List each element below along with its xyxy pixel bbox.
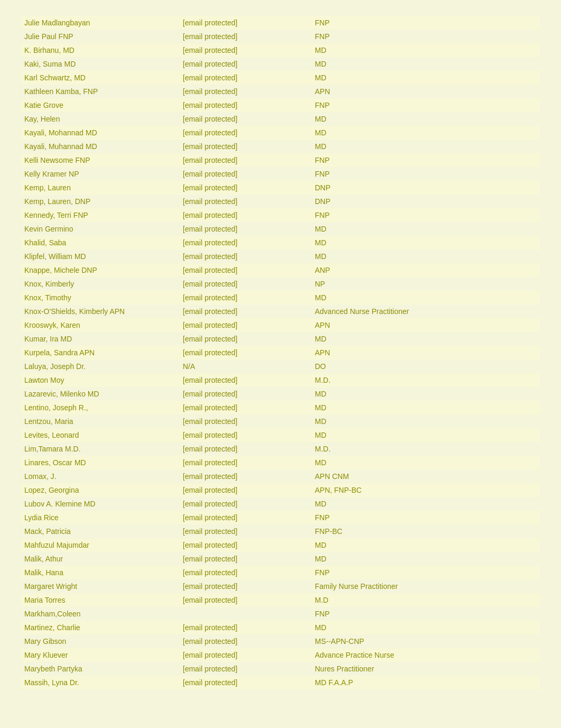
table-row[interactable]: Kelly Kramer NP[email protected]FNP — [21, 167, 540, 181]
provider-email: [email protected] — [181, 375, 313, 385]
provider-credential: M.D. — [313, 444, 539, 454]
table-row[interactable]: Kayali, Muhannad MD[email protected]MD — [21, 140, 540, 153]
provider-credential: ANP — [313, 265, 539, 275]
table-row[interactable]: Lopez, Georgina[email protected]APN, FNP… — [21, 483, 540, 497]
table-row[interactable]: Lawton Moy[email protected]M.D. — [21, 373, 540, 387]
table-row[interactable]: Karl Schwartz, MD[email protected]MD — [21, 71, 540, 85]
table-row[interactable]: Kemp, Lauren, DNP[email protected]DNP — [21, 195, 540, 208]
provider-credential: FNP — [313, 32, 539, 41]
provider-name: Martinez, Charlie — [22, 623, 181, 632]
provider-name: Knox-O'Shields, Kimberly APN — [22, 307, 181, 316]
provider-email: [email protected] — [181, 637, 313, 646]
table-row[interactable]: Knox, Timothy[email protected]MD — [21, 291, 540, 305]
provider-name: Levites, Leonard — [22, 430, 181, 440]
table-row[interactable]: Mary Kluever[email protected]Advance Pra… — [21, 648, 540, 662]
table-row[interactable]: K. Birhanu, MD[email protected]MD — [21, 43, 540, 57]
provider-email: [email protected] — [181, 472, 313, 481]
table-row[interactable]: Mahfuzul Majumdar[email protected]MD — [21, 538, 540, 552]
table-row[interactable]: Lentino, Joseph R.,[email protected]MD — [21, 401, 540, 414]
provider-name: Kumar, Ira MD — [22, 334, 181, 344]
provider-name: Lubov A. Klemine MD — [22, 499, 181, 509]
table-row[interactable]: Marybeth Partyka[email protected]Nures P… — [21, 662, 540, 676]
table-row[interactable]: Lydia Rice[email protected]FNP — [21, 511, 540, 524]
table-row[interactable]: Julie Paul FNP[email protected]FNP — [21, 30, 540, 43]
provider-name: Krooswyk, Karen — [22, 320, 181, 330]
table-row[interactable]: Kennedy, Terri FNP[email protected]FNP — [21, 208, 540, 222]
table-row[interactable]: Kay, Helen[email protected]MD — [21, 112, 540, 126]
provider-email: [email protected] — [181, 73, 313, 82]
provider-email: [email protected] — [181, 623, 313, 632]
table-row[interactable]: Kelli Newsome FNP[email protected]FNP — [21, 153, 540, 167]
provider-credential: FNP — [313, 155, 539, 165]
table-row[interactable]: Kathleen Kamba, FNP[email protected]APN — [21, 85, 540, 98]
provider-credential: M.D — [313, 595, 539, 605]
provider-credential: M.D. — [313, 375, 539, 385]
provider-email: [email protected] — [181, 320, 313, 330]
table-row[interactable]: Kaki, Suma MD[email protected]MD — [21, 57, 540, 71]
table-row[interactable]: Lentzou, Maria[email protected]MD — [21, 414, 540, 428]
provider-credential: MD — [313, 142, 539, 151]
table-row[interactable]: Levites, Leonard[email protected]MD — [21, 428, 540, 442]
provider-credential: FNP — [313, 210, 539, 220]
provider-email: [email protected] — [181, 554, 313, 564]
provider-credential: MD — [313, 45, 539, 55]
provider-name: Kemp, Lauren, DNP — [22, 197, 181, 206]
provider-name: Linares, Oscar MD — [22, 458, 181, 467]
provider-credential: FNP — [313, 100, 539, 110]
provider-name: Lentzou, Maria — [22, 417, 181, 426]
table-row[interactable]: Knox, Kimberly[email protected]NP — [21, 277, 540, 291]
table-row[interactable]: Malik, Athur[email protected]MD — [21, 552, 540, 566]
table-row[interactable]: Kurpela, Sandra APN[email protected]APN — [21, 346, 540, 360]
table-row[interactable]: Klipfel, William MD[email protected]MD — [21, 250, 540, 263]
provider-email: [email protected] — [181, 224, 313, 234]
table-row[interactable]: Malik, Hana[email protected]FNP — [21, 566, 540, 579]
provider-credential: FNP — [313, 609, 539, 619]
table-row[interactable]: Kevin Germino[email protected]MD — [21, 222, 540, 236]
table-row[interactable]: Markham,ColeenFNP — [21, 607, 540, 621]
table-row[interactable]: Laluya, Joseph Dr.N/ADO — [21, 360, 540, 373]
provider-credential: FNP — [313, 568, 539, 577]
provider-name: Julie Madlangbayan — [22, 18, 181, 27]
table-row[interactable]: Mary Gibson[email protected]MS--APN-CNP — [21, 634, 540, 648]
provider-name: Laluya, Joseph Dr. — [22, 362, 181, 371]
table-row[interactable]: Knappe, Michele DNP[email protected]ANP — [21, 263, 540, 277]
provider-name: Mack, Patricia — [22, 527, 181, 536]
table-row[interactable]: Martinez, Charlie[email protected]MD — [21, 621, 540, 634]
table-row[interactable]: Katie Grove[email protected]FNP — [21, 98, 540, 112]
table-row[interactable]: Julie Madlangbayan[email protected]FNP — [21, 16, 540, 30]
provider-email: [email protected] — [181, 307, 313, 316]
table-row[interactable]: Lim,Tamara M.D.[email protected]M.D. — [21, 442, 540, 456]
provider-credential: MD — [313, 417, 539, 426]
table-row[interactable]: Lubov A. Klemine MD[email protected]MD — [21, 497, 540, 511]
provider-credential: Nures Practitioner — [313, 664, 539, 674]
table-row[interactable]: Kemp, Lauren[email protected]DNP — [21, 181, 540, 195]
table-row[interactable]: Massih, Lyna Dr.[email protected]MD F.A.… — [21, 676, 540, 689]
table-row[interactable]: Kayali, Mohannad MD[email protected]MD — [21, 126, 540, 140]
provider-credential: MD — [313, 403, 539, 412]
table-row[interactable]: Knox-O'Shields, Kimberly APN[email prote… — [21, 305, 540, 318]
provider-email: [email protected] — [181, 540, 313, 550]
provider-email: [email protected] — [181, 499, 313, 509]
provider-email: [email protected] — [181, 595, 313, 605]
table-row[interactable]: Krooswyk, Karen[email protected]APN — [21, 318, 540, 332]
provider-name: Lopez, Georgina — [22, 485, 181, 495]
provider-name: Kathleen Kamba, FNP — [22, 87, 181, 96]
provider-name: Mary Kluever — [22, 650, 181, 660]
provider-credential: MD — [313, 334, 539, 344]
table-row[interactable]: Lazarevic, Milenko MD[email protected]MD — [21, 387, 540, 401]
table-row[interactable]: Margaret Wright[email protected]Family N… — [21, 579, 540, 593]
provider-credential: Advanced Nurse Practitioner — [313, 307, 539, 316]
provider-email: [email protected] — [181, 348, 313, 357]
provider-name: Klipfel, William MD — [22, 252, 181, 261]
table-row[interactable]: Maria Torres[email protected]M.D — [21, 593, 540, 607]
table-row[interactable]: Lomax, J.[email protected]APN CNM — [21, 469, 540, 483]
provider-email: [email protected] — [181, 183, 313, 192]
table-row[interactable]: Kumar, Ira MD[email protected]MD — [21, 332, 540, 346]
provider-credential: APN CNM — [313, 472, 539, 481]
provider-email: [email protected] — [181, 155, 313, 165]
table-row[interactable]: Mack, Patricia[email protected]FNP-BC — [21, 524, 540, 538]
provider-name: Mary Gibson — [22, 637, 181, 646]
provider-email: [email protected] — [181, 59, 313, 69]
table-row[interactable]: Khalid, Saba[email protected]MD — [21, 236, 540, 250]
table-row[interactable]: Linares, Oscar MD[email protected]MD — [21, 456, 540, 469]
